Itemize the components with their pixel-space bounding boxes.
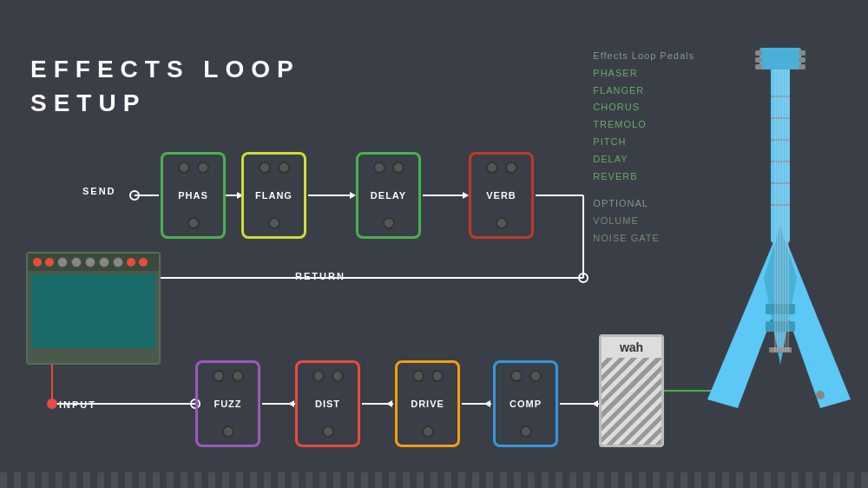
- dist-knob-2: [332, 370, 344, 382]
- amp-screen: [31, 274, 155, 348]
- svg-point-22: [579, 274, 588, 282]
- fuzz-knob-bottom: [222, 425, 234, 438]
- pedal-flang: FLANG: [241, 152, 306, 239]
- amp-knob-2: [71, 257, 82, 267]
- comp-knob-2: [529, 370, 542, 382]
- drive-knob-row: [412, 370, 444, 382]
- flang-knob-2: [278, 162, 290, 174]
- sidebar-item-phaser: PHASER: [593, 65, 694, 82]
- fuzz-knob-row: [213, 370, 244, 382]
- amp-indicator-2: [45, 258, 54, 267]
- amp-knob-5: [113, 257, 123, 267]
- svg-marker-40: [780, 226, 851, 408]
- pedal-fuzz: FUZZ: [195, 360, 260, 447]
- sidebar-item-noise-gate: NOISE GATE: [593, 230, 694, 247]
- amp-knob-1: [57, 257, 68, 267]
- verb-knob-2: [505, 162, 517, 174]
- delay-label: DELAY: [371, 190, 406, 201]
- sidebar-item-reverb: REVERB: [593, 168, 694, 186]
- svg-rect-26: [760, 48, 801, 69]
- svg-marker-6: [463, 192, 469, 199]
- svg-marker-4: [350, 192, 356, 199]
- amplifier: [26, 252, 161, 365]
- drive-knob-2: [431, 370, 444, 382]
- phas-knob-2: [197, 162, 209, 174]
- amp-indicator-4: [139, 258, 148, 267]
- sidebar-item-flanger: FLANGER: [593, 82, 694, 100]
- svg-rect-29: [755, 64, 762, 69]
- pedal-delay: DELAY: [356, 152, 421, 239]
- send-label: SEND: [82, 186, 116, 196]
- flang-label: FLANG: [255, 190, 293, 201]
- verb-label: VERB: [486, 190, 516, 201]
- guitar-illustration: [703, 35, 859, 469]
- sidebar-item-pitch: PITCH: [593, 134, 694, 151]
- fuzz-label: FUZZ: [214, 399, 241, 409]
- svg-rect-31: [799, 57, 806, 63]
- page-title: EFFECTS LOOP SETUP: [30, 52, 300, 120]
- sidebar-item-tremolo: TREMOLO: [593, 116, 694, 134]
- comp-knob-row: [510, 370, 542, 382]
- amp-knob-3: [85, 257, 95, 267]
- phas-knob-row: [178, 162, 209, 174]
- flang-knob-row: [259, 162, 290, 174]
- sidebar-item-delay: DELAY: [593, 151, 694, 168]
- amp-indicator-3: [127, 258, 135, 267]
- delay-knob-row: [373, 162, 404, 174]
- svg-marker-17: [484, 400, 490, 407]
- svg-marker-39: [707, 226, 780, 408]
- comp-label: COMP: [510, 399, 542, 409]
- phas-knob-bottom: [187, 217, 200, 229]
- flang-knob-1: [259, 162, 271, 174]
- svg-rect-32: [799, 64, 806, 69]
- input-label: INPUT: [59, 399, 96, 410]
- fuzz-knob-1: [213, 370, 225, 382]
- svg-rect-30: [799, 50, 806, 56]
- wah-surface: [602, 358, 661, 445]
- sidebar-section1-title: Effects Loop Pedals: [593, 48, 694, 65]
- delay-knob-2: [392, 162, 404, 174]
- phas-label: PHAS: [178, 190, 208, 201]
- svg-point-21: [130, 191, 139, 200]
- pedal-verb: VERB: [469, 152, 534, 239]
- dist-knob-1: [312, 370, 325, 382]
- fuzz-knob-2: [232, 370, 244, 382]
- flang-knob-bottom: [268, 217, 280, 229]
- sidebar-item-volume: VOLUME: [593, 213, 694, 230]
- pedal-drive: DRIVE: [395, 360, 460, 447]
- dist-label: DIST: [315, 399, 340, 409]
- svg-marker-19: [592, 400, 598, 407]
- phas-knob-1: [178, 162, 190, 174]
- comp-knob-1: [510, 370, 523, 382]
- drive-label: DRIVE: [411, 399, 444, 409]
- svg-marker-13: [288, 400, 294, 407]
- amp-controls: [28, 254, 159, 271]
- amp-indicator-1: [33, 258, 42, 267]
- pedal-comp: COMP: [493, 360, 558, 447]
- svg-marker-15: [386, 400, 392, 407]
- return-label: RETURN: [295, 271, 345, 281]
- amp-knob-4: [99, 257, 109, 267]
- verb-knob-1: [486, 162, 498, 174]
- sidebar-item-chorus: CHORUS: [593, 99, 694, 116]
- dist-knob-bottom: [322, 425, 334, 438]
- svg-rect-27: [755, 50, 762, 56]
- drive-knob-bottom: [422, 425, 434, 438]
- pedal-dist: DIST: [295, 360, 360, 447]
- wah-label: wah: [616, 337, 647, 358]
- delay-knob-bottom: [383, 217, 395, 229]
- comp-knob-bottom: [520, 425, 532, 438]
- svg-point-45: [816, 391, 825, 399]
- wah-pedal: wah: [599, 334, 664, 447]
- delay-knob-1: [373, 162, 385, 174]
- svg-point-23: [48, 399, 56, 408]
- sidebar-section2-title: OPTIONAL: [593, 195, 694, 213]
- dist-knob-row: [312, 370, 344, 382]
- sidebar: Effects Loop Pedals PHASER FLANGER CHORU…: [593, 48, 694, 247]
- svg-rect-28: [755, 57, 762, 63]
- verb-knob-bottom: [496, 217, 508, 229]
- verb-knob-row: [486, 162, 517, 174]
- drive-knob-1: [412, 370, 424, 382]
- pedal-phas: PHAS: [161, 152, 226, 239]
